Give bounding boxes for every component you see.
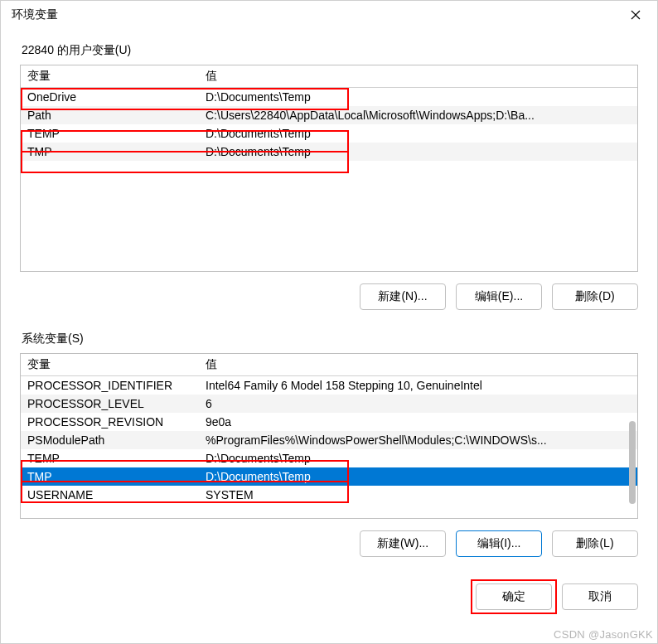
dialog-title: 环境变量 — [12, 7, 58, 22]
cell-var: PSModulePath — [21, 431, 199, 449]
system-buttons-row: 新建(W)... 编辑(I)... 删除(L) — [20, 530, 638, 557]
col-var[interactable]: 变量 — [21, 354, 199, 376]
user-new-button[interactable]: 新建(N)... — [360, 283, 446, 310]
cell-val: D:\Documents\Temp — [199, 88, 637, 107]
cell-var: TMP — [21, 467, 199, 486]
user-delete-button[interactable]: 删除(D) — [552, 283, 638, 310]
cell-val: D:\Documents\Temp — [199, 124, 637, 143]
cell-val: C:\Users\22840\AppData\Local\Microsoft\W… — [199, 106, 637, 124]
col-val[interactable]: 值 — [199, 354, 637, 376]
user-table-container: 变量 值 OneDrive D:\Documents\Temp Path C:\… — [20, 65, 638, 272]
system-vars-table-wrap[interactable]: 变量 值 PROCESSOR_IDENTIFIER Intel64 Family… — [20, 353, 638, 519]
user-buttons-row: 新建(N)... 编辑(E)... 删除(D) — [20, 283, 638, 310]
system-vars-label: 系统变量(S) — [22, 332, 638, 346]
titlebar: 环境变量 — [0, 0, 658, 30]
user-vars-label: 22840 的用户变量(U) — [22, 43, 638, 58]
system-table-container: 变量 值 PROCESSOR_IDENTIFIER Intel64 Family… — [20, 353, 638, 519]
system-delete-button[interactable]: 删除(L) — [552, 530, 638, 557]
user-vars-table: 变量 值 OneDrive D:\Documents\Temp Path C:\… — [21, 65, 637, 161]
table-row[interactable]: PROCESSOR_LEVEL 6 — [21, 395, 637, 413]
table-row[interactable]: PROCESSOR_REVISION 9e0a — [21, 413, 637, 431]
ok-button[interactable]: 确定 — [476, 583, 552, 610]
table-row[interactable]: Path C:\Users\22840\AppData\Local\Micros… — [21, 106, 637, 124]
col-var[interactable]: 变量 — [21, 65, 199, 88]
system-scrollbar[interactable] — [629, 421, 636, 504]
cell-var: USERNAME — [21, 486, 199, 504]
user-edit-button[interactable]: 编辑(E)... — [456, 283, 542, 310]
bottom-buttons-row: 确定 取消 — [20, 583, 638, 610]
cell-val: D:\Documents\Temp — [199, 449, 637, 467]
cell-var: PROCESSOR_IDENTIFIER — [21, 376, 199, 395]
cell-val: D:\Documents\Temp — [199, 143, 637, 161]
table-row[interactable]: PROCESSOR_IDENTIFIER Intel64 Family 6 Mo… — [21, 376, 637, 395]
cell-var: OneDrive — [21, 88, 199, 107]
cell-val: 6 — [199, 395, 637, 413]
col-val[interactable]: 值 — [199, 65, 637, 88]
table-header-row: 变量 值 — [21, 65, 637, 88]
user-vars-table-wrap[interactable]: 变量 值 OneDrive D:\Documents\Temp Path C:\… — [20, 65, 638, 272]
table-row[interactable]: USERNAME SYSTEM — [21, 486, 637, 504]
table-row[interactable]: TMP D:\Documents\Temp — [21, 467, 637, 486]
table-row[interactable]: TMP D:\Documents\Temp — [21, 143, 637, 161]
system-edit-button[interactable]: 编辑(I)... — [456, 530, 542, 557]
cell-val: D:\Documents\Temp — [199, 467, 637, 486]
cell-val: SYSTEM — [199, 486, 637, 504]
close-icon — [631, 10, 641, 20]
cell-val: Intel64 Family 6 Model 158 Stepping 10, … — [199, 376, 637, 395]
cell-val: 9e0a — [199, 413, 637, 431]
cell-var: TEMP — [21, 124, 199, 143]
cancel-button[interactable]: 取消 — [562, 583, 638, 610]
cell-val: %ProgramFiles%\WindowsPowerShell\Modules… — [199, 431, 637, 449]
table-row[interactable]: TEMP D:\Documents\Temp — [21, 449, 637, 467]
table-row[interactable]: OneDrive D:\Documents\Temp — [21, 88, 637, 107]
table-row[interactable]: PSModulePath %ProgramFiles%\WindowsPower… — [21, 431, 637, 449]
system-new-button[interactable]: 新建(W)... — [360, 530, 446, 557]
cell-var: TMP — [21, 143, 199, 161]
system-vars-table: 变量 值 PROCESSOR_IDENTIFIER Intel64 Family… — [21, 354, 637, 504]
table-header-row: 变量 值 — [21, 354, 637, 376]
cell-var: PROCESSOR_LEVEL — [21, 395, 199, 413]
watermark: CSDN @JasonGKK — [554, 628, 653, 641]
dialog-content: 22840 的用户变量(U) 变量 值 OneDrive D:\Document… — [0, 30, 658, 617]
cell-var: Path — [21, 106, 199, 124]
close-button[interactable] — [625, 4, 646, 26]
cell-var: TEMP — [21, 449, 199, 467]
cell-var: PROCESSOR_REVISION — [21, 413, 199, 431]
table-row[interactable]: TEMP D:\Documents\Temp — [21, 124, 637, 143]
